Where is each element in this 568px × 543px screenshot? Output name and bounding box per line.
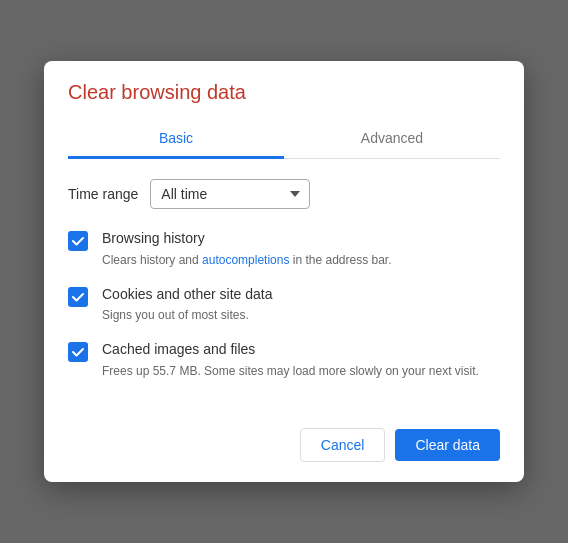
clear-browsing-data-dialog: Clear browsing data Basic Advanced Time … — [44, 61, 524, 482]
checkbox-browsing-history-label: Browsing history — [102, 229, 392, 249]
checkbox-cookies-desc: Signs you out of most sites. — [102, 306, 272, 324]
cancel-button[interactable]: Cancel — [300, 428, 386, 462]
dialog-title: Clear browsing data — [68, 81, 500, 104]
checkbox-cached-input[interactable] — [68, 342, 88, 362]
checkbox-browsing-history-input[interactable] — [68, 231, 88, 251]
time-range-select[interactable]: Last hour Last 24 hours Last 7 days Last… — [150, 179, 310, 209]
tab-advanced[interactable]: Advanced — [284, 120, 500, 159]
checkbox-cached-label: Cached images and files — [102, 340, 479, 360]
dialog-footer: Cancel Clear data — [44, 416, 524, 482]
checkbox-cookies-input[interactable] — [68, 287, 88, 307]
dialog-header: Clear browsing data Basic Advanced — [44, 61, 524, 159]
tab-basic[interactable]: Basic — [68, 120, 284, 159]
checkbox-cached: Cached images and files Frees up 55.7 MB… — [68, 340, 500, 380]
checkbox-cookies-label: Cookies and other site data — [102, 285, 272, 305]
highlight-autocompletions: autocompletions — [202, 253, 289, 267]
clear-data-button[interactable]: Clear data — [395, 429, 500, 461]
checkbox-browsing-history: Browsing history Clears history and auto… — [68, 229, 500, 269]
checkbox-cached-desc: Frees up 55.7 MB. Some sites may load mo… — [102, 362, 479, 380]
checkbox-cookies: Cookies and other site data Signs you ou… — [68, 285, 500, 325]
dialog-body: Time range Last hour Last 24 hours Last … — [44, 159, 524, 416]
checkbox-browsing-history-text: Browsing history Clears history and auto… — [102, 229, 392, 269]
checkbox-cookies-text: Cookies and other site data Signs you ou… — [102, 285, 272, 325]
time-range-label: Time range — [68, 186, 138, 202]
time-range-row: Time range Last hour Last 24 hours Last … — [68, 179, 500, 209]
checkbox-browsing-history-desc: Clears history and autocompletions in th… — [102, 251, 392, 269]
modal-overlay: Clear browsing data Basic Advanced Time … — [0, 0, 568, 543]
time-range-select-wrapper[interactable]: Last hour Last 24 hours Last 7 days Last… — [150, 179, 310, 209]
tabs: Basic Advanced — [68, 120, 500, 159]
highlight-other-site-data: other site data — [184, 286, 273, 302]
checkbox-cached-text: Cached images and files Frees up 55.7 MB… — [102, 340, 479, 380]
